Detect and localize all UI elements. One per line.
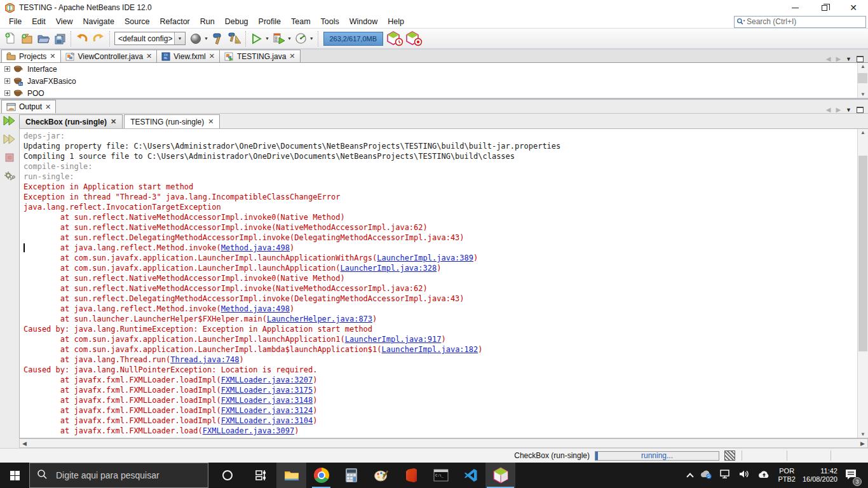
scroll-tabs-right-icon[interactable]: ▶ (836, 106, 841, 113)
cortana-button[interactable] (208, 463, 247, 488)
stacktrace-link[interactable]: Method.java:498 (221, 243, 290, 252)
keyboard-language-indicator[interactable]: POR PTB2 (778, 467, 796, 484)
profile-button[interactable] (293, 30, 309, 47)
scroll-down-icon[interactable]: ▼ (860, 92, 865, 97)
action-center-button[interactable]: 3 (844, 468, 857, 483)
build-button[interactable] (210, 30, 226, 47)
reset-results-icon[interactable] (405, 30, 424, 47)
netbeans-taskbar-button[interactable] (485, 463, 515, 488)
expand-icon[interactable] (4, 90, 10, 96)
debug-button[interactable] (271, 30, 287, 47)
scroll-left-icon[interactable]: ◀ (22, 440, 27, 447)
minimize-button[interactable] (780, 0, 810, 15)
scroll-up-icon[interactable]: ▲ (858, 130, 868, 135)
output-tab-checkbox[interactable]: CheckBox (run-single) ✕ (19, 114, 123, 128)
onedrive-sync-icon[interactable] (700, 469, 712, 482)
vscode-button[interactable] (456, 463, 485, 488)
taskbar-search-input[interactable] (55, 470, 201, 481)
stacktrace-link[interactable]: FXMLLoader.java:3104 (221, 416, 313, 425)
tab-testing[interactable]: TESTING.java ✕ (219, 50, 301, 62)
menu-debug[interactable]: Debug (220, 16, 254, 27)
project-row-poo[interactable]: POO (0, 87, 868, 99)
tray-expand-chevron-icon[interactable] (687, 473, 694, 480)
tab-viewfxml[interactable]: FXML View.fxml ✕ (156, 50, 220, 62)
tab-list-dropdown-icon[interactable]: ▼ (846, 107, 851, 113)
save-all-button[interactable] (51, 30, 68, 47)
menu-source[interactable]: Source (119, 16, 155, 27)
restore-button[interactable] (810, 0, 839, 15)
scrollbar-thumb[interactable] (858, 156, 867, 351)
start-button[interactable] (0, 463, 29, 488)
ide-search-input[interactable] (745, 17, 864, 27)
stacktrace-link[interactable]: FXMLLoader.java:3175 (221, 386, 313, 395)
stacktrace-link[interactable]: FXMLLoader.java:3124 (221, 406, 313, 415)
tab-viewfxml-close-icon[interactable]: ✕ (209, 53, 215, 60)
debug-dropdown-arrow[interactable]: ▼ (287, 36, 292, 41)
task-view-button[interactable] (247, 463, 276, 488)
ide-search-box[interactable] (734, 16, 866, 28)
stacktrace-link[interactable]: Method.java:498 (221, 304, 290, 313)
deploy-dropdown-arrow[interactable]: ▼ (204, 36, 208, 41)
rerun-with-args-button[interactable] (3, 134, 16, 147)
output-window-tab[interactable]: Output ✕ (1, 100, 56, 113)
chrome-button[interactable] (306, 463, 336, 488)
menu-team[interactable]: Team (286, 16, 316, 27)
taskbar-search-box[interactable] (29, 463, 208, 488)
menu-edit[interactable]: Edit (27, 16, 51, 27)
stacktrace-link[interactable]: LauncherHelper.java:873 (267, 315, 372, 323)
tab-list-dropdown-icon[interactable]: ▼ (846, 56, 851, 62)
office-button[interactable] (396, 463, 426, 488)
profile-point-icon[interactable] (386, 30, 405, 47)
scrollbar-thumb[interactable] (858, 73, 867, 83)
menu-profile[interactable]: Profile (254, 16, 286, 27)
calculator-button[interactable] (336, 463, 366, 488)
menu-window[interactable]: Window (344, 16, 383, 27)
menu-view[interactable]: View (51, 16, 78, 27)
output-tab-testing[interactable]: TESTING (run-single) ✕ (124, 114, 220, 128)
expand-icon[interactable] (4, 66, 10, 72)
expand-icon[interactable] (4, 78, 10, 84)
build-progress-bar[interactable]: running... (595, 451, 719, 461)
stacktrace-link[interactable]: LauncherImpl.java:328 (341, 264, 437, 273)
output-tab-checkbox-close-icon[interactable]: ✕ (111, 118, 116, 125)
process-list-button[interactable] (724, 451, 735, 461)
scroll-down-icon[interactable]: ▼ (858, 431, 868, 437)
stacktrace-link[interactable]: LauncherImpl.java:917 (345, 335, 442, 344)
console-area[interactable]: deps-jar:Updating property file: C:\User… (19, 128, 868, 438)
run-button[interactable] (248, 30, 265, 47)
projects-scrollbar[interactable]: ▲ ▼ (857, 63, 868, 98)
output-window-close-icon[interactable]: ✕ (45, 104, 51, 111)
stop-build-button[interactable] (4, 152, 15, 165)
tab-projects[interactable]: Projects ✕ (1, 50, 61, 62)
maximize-window-icon[interactable] (857, 107, 864, 113)
new-file-button[interactable] (2, 30, 18, 47)
file-explorer-button[interactable] (276, 463, 306, 488)
menu-file[interactable]: File (4, 16, 27, 27)
run-dropdown-arrow[interactable]: ▼ (265, 36, 269, 41)
rerun-button[interactable] (3, 116, 16, 128)
stacktrace-link[interactable]: Thread.java:748 (170, 355, 239, 364)
scroll-tabs-left-icon[interactable]: ◀ (826, 55, 831, 62)
menu-refactor[interactable]: Refactor (155, 16, 195, 27)
config-dropdown[interactable]: <default config> ▼ (114, 32, 186, 45)
stacktrace-link[interactable]: FXMLLoader.java:3097 (203, 426, 295, 435)
network-icon[interactable] (719, 469, 731, 482)
memory-indicator[interactable]: 263,2/617,0MB (323, 32, 383, 46)
scroll-up-icon[interactable]: ▲ (860, 64, 865, 69)
onedrive-cloud-icon[interactable] (757, 470, 771, 482)
maximize-window-icon[interactable] (857, 56, 864, 62)
tab-testing-close-icon[interactable]: ✕ (289, 53, 295, 60)
menu-tools[interactable]: Tools (316, 16, 344, 27)
profile-dropdown-arrow[interactable]: ▼ (309, 36, 314, 41)
menu-navigate[interactable]: Navigate (78, 16, 119, 27)
project-row-javafxbasico[interactable]: Fx JavaFXBasico (0, 75, 868, 87)
scroll-tabs-left-icon[interactable]: ◀ (826, 106, 831, 113)
stacktrace-link[interactable]: FXMLLoader.java:3148 (221, 396, 313, 405)
command-prompt-button[interactable]: C:\_ (426, 463, 456, 488)
open-project-button[interactable] (35, 30, 51, 47)
clock[interactable]: 11:42 16/08/2020 (803, 467, 837, 484)
scroll-tabs-right-icon[interactable]: ▶ (836, 55, 841, 62)
deploy-button[interactable] (187, 30, 204, 47)
tab-projects-close-icon[interactable]: ✕ (50, 53, 55, 60)
console-vertical-scrollbar[interactable]: ▲ ▼ (857, 129, 868, 438)
